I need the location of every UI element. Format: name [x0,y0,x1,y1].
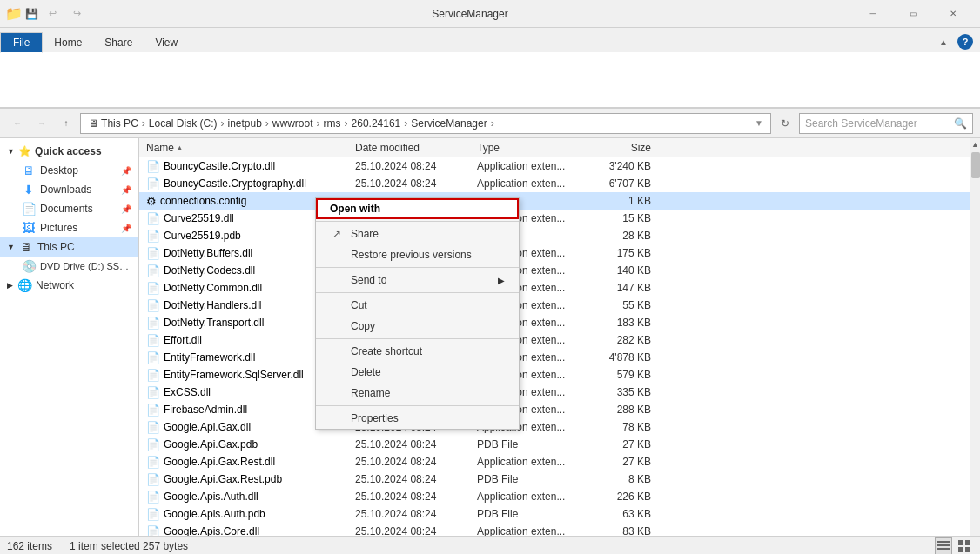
file-row[interactable]: 📄 EntityFramework.SqlServer.dll 25.10.20… [139,366,970,384]
file-row[interactable]: 📄 BouncyCastle.Cryptography.dll 25.10.20… [139,175,970,192]
file-row[interactable]: 📄 DotNetty.Codecs.dll 25.10.2024 08:24 A… [139,262,970,279]
ctx-sep-1 [316,221,519,222]
file-date: 25.10.2024 08:24 [355,456,477,468]
quick-access-chevron-icon: ▼ [7,147,15,156]
col-header-name[interactable]: Name ▲ [146,142,355,154]
path-segment-wwwroot[interactable]: wwwroot [272,117,313,130]
path-segment-thispc[interactable]: 🖥 This PC [88,117,138,130]
file-name: Curve25519.pdb [164,230,241,242]
file-row[interactable]: ⚙ connections.config G File 1 KB [139,192,970,210]
ctx-item-open-with[interactable]: Open with [316,198,519,219]
file-row[interactable]: 📄 DotNetty.Common.dll 25.10.2024 08:24 A… [139,279,970,297]
file-name: BouncyCastle.Crypto.dll [164,160,275,172]
sidebar-item-this-pc[interactable]: ▼ 🖥 This PC [0,237,138,257]
col-type-label: Type [477,142,500,154]
sidebar-item-desktop[interactable]: 🖥 Desktop 📌 [0,161,138,180]
file-type-icon: 📄 [146,351,160,364]
file-row[interactable]: 📄 FirebaseAdmin.dll 25.10.2024 08:24 App… [139,401,970,418]
redo-icon[interactable]: ↪ [66,3,87,24]
ctx-item-copy[interactable]: Copy [316,316,519,337]
path-segment-version[interactable]: 260.24161 [352,117,401,130]
file-type-icon: 📄 [146,421,160,434]
main-layout: ▼ ⭐ Quick access 🖥 Desktop 📌 ⬇ Downloads… [0,138,980,536]
path-segment-localdisk[interactable]: Local Disk (C:) [149,117,218,130]
tab-share[interactable]: Share [93,32,144,52]
details-view-btn[interactable] [935,537,952,555]
dvd-label: DVD Drive (D:) SSS_Xé [40,261,131,271]
file-row[interactable]: 📄 Google.Apis.Core.dll 25.10.2024 08:24 … [139,523,970,536]
title-bar: 📁 💾 ↩ ↪ ServiceManager ─ ▭ ✕ [0,0,980,28]
sidebar-item-pictures[interactable]: 🖼 Pictures 📌 [0,218,138,237]
close-button[interactable]: ✕ [933,0,973,28]
ribbon-collapse-btn[interactable]: ▲ [933,31,954,52]
sidebar-item-network[interactable]: ▶ 🌐 Network [0,276,138,295]
file-row[interactable]: 📄 BouncyCastle.Crypto.dll 25.10.2024 08:… [139,157,970,175]
share-icon: ↗ [330,228,344,240]
ctx-item-properties[interactable]: Properties [316,408,519,429]
tab-home[interactable]: Home [43,32,93,52]
file-row[interactable]: 📄 Google.Api.Gax.dll 25.10.2024 08:24 Ap… [139,418,970,436]
ctx-shortcut-label: Create shortcut [351,345,422,357]
sidebar-item-downloads[interactable]: ⬇ Downloads 📌 [0,180,138,199]
ctx-item-create-shortcut[interactable]: Create shortcut [316,341,519,362]
back-button[interactable]: ← [7,113,28,134]
file-size: 6'707 KB [581,177,651,190]
ctx-sep-2 [316,267,519,268]
ctx-item-send-to[interactable]: Send to ▶ [316,270,519,290]
file-row[interactable]: 📄 Google.Apis.Auth.pdb 25.10.2024 08:24 … [139,505,970,523]
file-row[interactable]: 📄 EntityFramework.dll 25.10.2024 08:24 A… [139,349,970,366]
ctx-item-rename[interactable]: Rename [316,383,519,404]
tab-file[interactable]: File [0,32,43,53]
ctx-item-share[interactable]: ↗ Share [316,224,519,244]
path-segment-rms[interactable]: rms [324,117,341,130]
file-name-cell: 📄 BouncyCastle.Cryptography.dll [146,177,355,190]
file-type-icon: 📄 [146,525,160,537]
tab-view[interactable]: View [144,32,189,52]
file-type-icon: 📄 [146,212,160,225]
forward-button[interactable]: → [31,113,52,134]
file-row[interactable]: 📄 Google.Api.Gax.pdb 25.10.2024 08:24 PD… [139,436,970,453]
search-box[interactable]: Search ServiceManager 🔍 [799,113,973,134]
file-row[interactable]: 📄 Effort.dll 25.10.2024 08:24 Applicatio… [139,331,970,349]
col-header-size[interactable]: Size [581,142,651,154]
refresh-button[interactable]: ↻ [775,113,795,134]
file-row[interactable]: 📄 Curve25519.pdb 25.10.2024 08:24 28 KB [139,227,970,244]
ctx-item-cut[interactable]: Cut [316,295,519,316]
undo-icon[interactable]: ↩ [42,3,63,24]
minimize-button[interactable]: ─ [853,0,893,28]
file-row[interactable]: 📄 Google.Apis.Auth.dll 25.10.2024 08:24 … [139,488,970,505]
file-row[interactable]: 📄 Google.Api.Gax.Rest.pdb 25.10.2024 08:… [139,471,970,488]
file-row[interactable]: 📄 Google.Api.Gax.Rest.dll 25.10.2024 08:… [139,453,970,471]
file-row[interactable]: 📄 ExCSS.dll 25.10.2024 08:24 Application… [139,384,970,401]
file-rows-container: 📄 BouncyCastle.Crypto.dll 25.10.2024 08:… [139,157,970,536]
file-type: PDB File [477,473,581,485]
copy-icon [330,320,344,332]
file-size: 63 KB [581,508,651,520]
col-header-type[interactable]: Type [477,142,581,154]
up-button[interactable]: ↑ [56,113,77,134]
file-row[interactable]: 📄 DotNetty.Transport.dll 25.10.2024 08:2… [139,314,970,331]
file-row[interactable]: 📄 Curve25519.dll 25.10.2024 08:24 Applic… [139,210,970,227]
sidebar-item-dvd[interactable]: 💿 DVD Drive (D:) SSS_Xé [0,257,138,276]
maximize-button[interactable]: ▭ [893,0,933,28]
sidebar-item-documents[interactable]: 📄 Documents 📌 [0,199,138,218]
file-size: 226 KB [581,491,651,503]
file-date: 25.10.2024 08:24 [355,525,477,536]
ctx-item-restore[interactable]: Restore previous versions [316,244,519,265]
file-row[interactable]: 📄 DotNetty.Handlers.dll 25.10.2024 08:24… [139,297,970,314]
network-label: Network [36,279,74,291]
tiles-view-btn[interactable] [956,537,973,555]
search-icon[interactable]: 🔍 [954,117,967,130]
svg-rect-0 [937,541,950,543]
col-header-date[interactable]: Date modified [355,142,477,154]
sidebar-group-quick-access[interactable]: ▼ ⭐ Quick access [0,142,138,161]
path-segment-inetpub[interactable]: inetpub [227,117,261,130]
dropdown-arrow-icon[interactable]: ▼ [755,118,763,128]
address-path[interactable]: 🖥 This PC › Local Disk (C:) › inetpub › … [80,113,771,134]
scrollbar[interactable]: ▲ [970,138,980,536]
file-row[interactable]: 📄 DotNetty.Buffers.dll 25.10.2024 08:24 … [139,244,970,262]
path-segment-servicemanager[interactable]: ServiceManager [411,117,487,130]
help-btn[interactable]: ? [957,34,973,50]
ctx-item-delete[interactable]: Delete [316,362,519,383]
svg-rect-1 [937,544,950,546]
